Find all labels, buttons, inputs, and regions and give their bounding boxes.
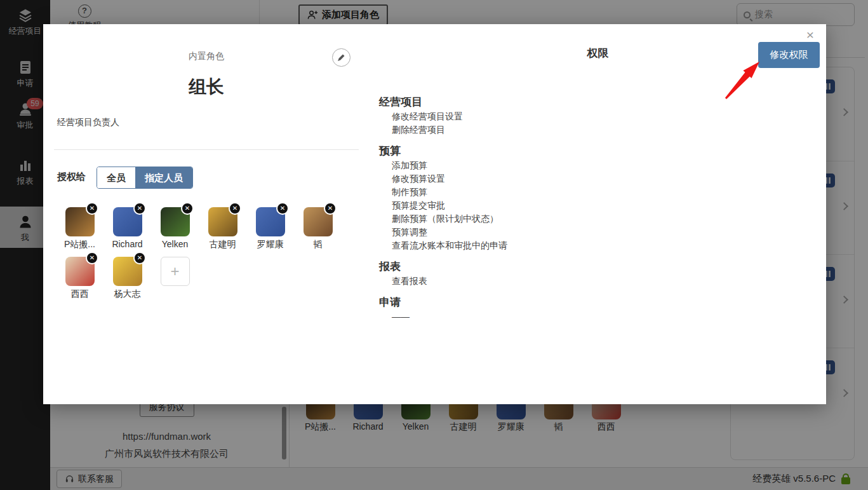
permission-group-header: 预算 xyxy=(379,144,735,159)
pencil-icon xyxy=(337,53,345,62)
member-item: Yelken xyxy=(151,207,199,257)
member-item: 罗耀康 xyxy=(246,207,294,257)
section-divider xyxy=(54,149,359,150)
add-member-cell: + xyxy=(151,257,199,306)
permission-item: 预算提交审批 xyxy=(392,199,735,212)
member-item: Richard xyxy=(103,207,151,257)
member-name: 韬 xyxy=(295,239,342,250)
role-name: 组长 xyxy=(43,75,370,99)
permission-item: —— xyxy=(392,310,735,323)
authorize-label: 授权给 xyxy=(57,171,86,183)
remove-member-icon[interactable] xyxy=(181,202,194,215)
remove-member-icon[interactable] xyxy=(133,252,146,264)
close-icon[interactable]: × xyxy=(806,28,814,41)
remove-member-icon[interactable] xyxy=(133,202,146,215)
member-name: Richard xyxy=(104,239,151,249)
member-item: 杨大志 xyxy=(103,257,151,306)
member-item: P站搬... xyxy=(56,207,103,257)
permission-group-header: 报表 xyxy=(379,259,735,275)
member-item: 古建明 xyxy=(199,207,246,257)
permission-item: 预算调整 xyxy=(392,226,735,239)
remove-member-icon[interactable] xyxy=(86,202,98,215)
permission-item: 添加预算 xyxy=(392,159,735,172)
edit-role-button[interactable] xyxy=(332,48,351,67)
member-item: 西西 xyxy=(56,257,103,306)
authorize-tab-1[interactable]: 指定人员 xyxy=(135,167,192,188)
authorize-tab-0[interactable]: 全员 xyxy=(97,167,135,188)
member-name: 西西 xyxy=(57,289,103,300)
add-member-button[interactable]: + xyxy=(161,257,190,286)
role-description: 经营项目负责人 xyxy=(57,117,119,128)
permission-item: 查看流水账本和审批中的申请 xyxy=(392,239,735,252)
app-root: 经营项目申请审批59报表我 ? 使用教程 添加项目角色 搜索 服务协议 http… xyxy=(0,0,868,490)
member-name: P站搬... xyxy=(57,239,103,250)
permission-item: 删除预算（限计划中状态） xyxy=(392,212,735,226)
member-name: 杨大志 xyxy=(104,289,151,300)
permission-item: 删除经营项目 xyxy=(392,123,735,137)
edit-permissions-button[interactable]: 修改权限 xyxy=(758,42,820,68)
members-grid: P站搬...RichardYelken古建明罗耀康韬西西杨大志+ xyxy=(56,207,354,306)
remove-member-icon[interactable] xyxy=(86,252,98,264)
remove-member-icon[interactable] xyxy=(324,202,337,215)
permission-item: 制作预算 xyxy=(392,186,735,199)
member-name: Yelken xyxy=(152,239,199,249)
permission-item: 查看报表 xyxy=(392,275,735,288)
member-name: 古建明 xyxy=(199,239,246,250)
member-name: 罗耀康 xyxy=(247,239,294,250)
remove-member-icon[interactable] xyxy=(229,202,241,215)
role-info-panel: 内置角色 组长 经营项目负责人 授权给 全员指定人员 P站搬...Richard… xyxy=(43,24,370,404)
permission-item: 修改经营项目设置 xyxy=(392,110,735,123)
authorize-tabs: 全员指定人员 xyxy=(97,167,193,189)
role-detail-modal: 内置角色 组长 经营项目负责人 授权给 全员指定人员 P站搬...Richard… xyxy=(43,24,826,404)
member-item: 韬 xyxy=(294,207,342,257)
permission-item: 修改预算设置 xyxy=(392,172,735,186)
permission-group-header: 经营项目 xyxy=(379,95,735,110)
role-type-label: 内置角色 xyxy=(43,51,370,62)
permissions-panel: 权限 修改权限 × 经营项目修改经营项目设置删除经营项目预算添加预算修改预算设置… xyxy=(370,24,826,404)
permissions-list: 经营项目修改经营项目设置删除经营项目预算添加预算修改预算设置制作预算预算提交审批… xyxy=(379,88,735,323)
remove-member-icon[interactable] xyxy=(276,202,289,215)
permission-group-header: 申请 xyxy=(379,295,735,310)
